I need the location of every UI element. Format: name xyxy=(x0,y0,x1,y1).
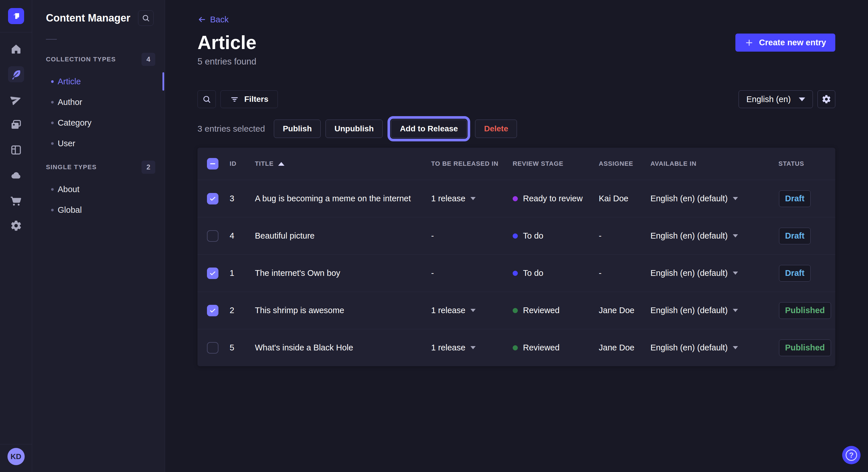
publish-button[interactable]: Publish xyxy=(274,120,321,138)
sidebar-search-button[interactable] xyxy=(138,10,154,26)
row-available-in[interactable]: English (en) (default) xyxy=(650,268,778,278)
table-row[interactable]: 5 What's inside a Black Hole 1 release R… xyxy=(197,329,835,366)
cloud-icon[interactable] xyxy=(8,167,24,183)
selected-count-text: 3 entries selected xyxy=(197,124,265,134)
locale-select[interactable]: English (en) xyxy=(739,90,813,108)
row-available-in[interactable]: English (en) (default) xyxy=(650,306,778,315)
row-assignee: - xyxy=(599,231,650,241)
row-checkbox[interactable] xyxy=(207,230,218,242)
chevron-down-icon xyxy=(799,98,805,101)
plus-icon xyxy=(745,38,754,47)
user-avatar[interactable]: KD xyxy=(7,448,25,465)
status-badge: Draft xyxy=(779,265,811,281)
row-checkbox[interactable] xyxy=(207,305,218,316)
status-badge: Draft xyxy=(779,191,811,207)
filter-icon xyxy=(230,95,239,104)
row-release[interactable]: 1 release xyxy=(431,343,513,352)
row-release[interactable]: 1 release xyxy=(431,306,513,315)
unpublish-button[interactable]: Unpublish xyxy=(326,120,383,138)
check-icon xyxy=(209,195,216,202)
single-types-section: SINGLE TYPES 2 About Global xyxy=(32,161,165,220)
sidebar-divider xyxy=(46,39,57,40)
row-id: 4 xyxy=(229,231,255,241)
sidebar-item[interactable]: Global xyxy=(32,200,165,220)
sidebar-item[interactable]: Author xyxy=(32,92,165,112)
row-checkbox[interactable] xyxy=(207,342,218,353)
sidebar-item-label: Category xyxy=(58,118,92,128)
sidebar-item[interactable]: Article xyxy=(32,71,165,92)
row-assignee: Jane Doe xyxy=(599,306,650,315)
help-button[interactable]: ? xyxy=(842,446,861,464)
row-title: Beautiful picture xyxy=(255,231,431,241)
single-types-list: About Global xyxy=(32,179,165,220)
bullet-icon xyxy=(51,188,54,191)
row-release[interactable]: 1 release xyxy=(431,194,513,203)
back-link[interactable]: Back xyxy=(197,14,228,25)
table-row[interactable]: 3 A bug is becoming a meme on the intern… xyxy=(197,180,835,217)
content-manager-sidebar: Content Manager COLLECTION TYPES 4 Artic… xyxy=(32,0,165,472)
rail-divider xyxy=(0,32,32,32)
paper-plane-icon[interactable] xyxy=(8,92,24,107)
select-all-checkbox[interactable] xyxy=(207,158,218,169)
column-header-review-stage: REVIEW STAGE xyxy=(513,160,599,167)
sidebar-item[interactable]: User xyxy=(32,133,165,154)
media-library-icon[interactable] xyxy=(8,117,24,133)
row-status: Draft xyxy=(778,265,835,281)
row-available-in[interactable]: English (en) (default) xyxy=(650,343,778,352)
cart-icon[interactable] xyxy=(8,193,24,208)
bullet-icon xyxy=(51,142,54,145)
feather-icon[interactable] xyxy=(8,66,24,82)
toolbar: Filters English (en) xyxy=(197,90,835,108)
sidebar-item-label: Author xyxy=(58,98,82,107)
check-icon xyxy=(209,307,216,314)
stage-dot-icon xyxy=(513,308,518,313)
stage-dot-icon xyxy=(513,196,518,201)
stage-dot-icon xyxy=(513,233,518,239)
row-available-in[interactable]: English (en) (default) xyxy=(650,194,778,203)
row-status: Draft xyxy=(778,228,835,244)
rail-nav xyxy=(8,41,24,234)
row-release[interactable]: - xyxy=(431,231,513,241)
search-icon xyxy=(202,95,211,104)
row-review-stage: Ready to review xyxy=(513,194,599,203)
status-badge: Draft xyxy=(779,228,811,244)
search-button[interactable] xyxy=(197,90,216,108)
row-release[interactable]: - xyxy=(431,268,513,278)
app-window: KD Content Manager COLLECTION TYPES 4 Ar… xyxy=(0,0,868,472)
sidebar-item[interactable]: Category xyxy=(32,112,165,133)
create-new-entry-button[interactable]: Create new entry xyxy=(735,34,835,52)
sidebar-item[interactable]: About xyxy=(32,179,165,200)
table-row[interactable]: 2 This shrimp is awesome 1 release Revie… xyxy=(197,292,835,329)
layout-builder-icon[interactable] xyxy=(8,142,24,158)
sidebar-title: Content Manager xyxy=(46,12,130,24)
delete-button[interactable]: Delete xyxy=(475,120,517,138)
bulk-action-bar: 3 entries selected Publish Unpublish Add… xyxy=(197,120,835,138)
table-row[interactable]: 4 Beautiful picture - To do - English ( xyxy=(197,217,835,255)
strapi-logo[interactable] xyxy=(8,8,24,24)
rail-bottom-divider xyxy=(0,444,32,444)
add-to-release-button[interactable]: Add to Release xyxy=(391,120,467,138)
row-assignee: - xyxy=(599,268,650,278)
column-header-available-in: AVAILABLE IN xyxy=(650,160,778,167)
icon-rail: KD xyxy=(0,0,32,472)
column-header-title[interactable]: TITLE xyxy=(255,160,431,167)
chevron-down-icon xyxy=(733,272,738,275)
gear-icon[interactable] xyxy=(8,217,24,234)
row-title: This shrimp is awesome xyxy=(255,306,431,315)
section-label: SINGLE TYPES xyxy=(46,164,97,171)
row-checkbox[interactable] xyxy=(207,193,218,204)
bullet-icon xyxy=(51,209,54,211)
table-row[interactable]: 1 The internet's Own boy - To do - Engl xyxy=(197,255,835,292)
section-count-badge: 2 xyxy=(142,161,155,174)
table-body: 3 A bug is becoming a meme on the intern… xyxy=(197,180,835,366)
row-checkbox[interactable] xyxy=(207,268,218,279)
sidebar-item-label: Global xyxy=(58,205,82,215)
sidebar-item-label: About xyxy=(58,185,80,194)
row-available-in[interactable]: English (en) (default) xyxy=(650,231,778,241)
home-icon[interactable] xyxy=(8,41,24,57)
section-count-badge: 4 xyxy=(142,53,155,66)
gear-icon xyxy=(822,94,831,104)
settings-button[interactable] xyxy=(817,90,835,108)
filters-button[interactable]: Filters xyxy=(220,90,278,108)
row-review-stage: To do xyxy=(513,268,599,278)
